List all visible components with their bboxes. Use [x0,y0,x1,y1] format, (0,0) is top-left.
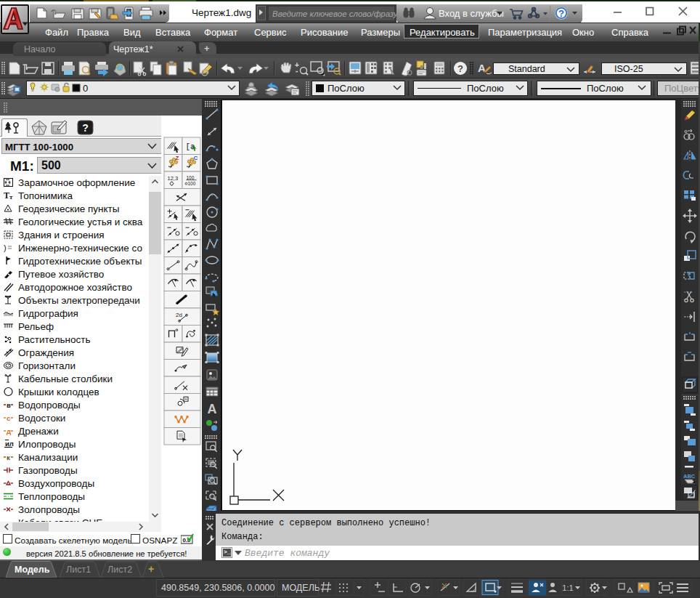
svg-text:C: C [194,155,198,161]
svg-text:т: т [9,193,13,201]
svg-text:?: ? [457,63,463,74]
svg-text:12,3: 12,3 [168,175,179,182]
svg-text:ABC: ABC [683,473,696,480]
svg-text:A: A [208,402,217,416]
svg-text:100: 100 [187,175,195,180]
svg-text:Z: Z [176,155,179,161]
svg-text:1:1: 1:1 [562,583,573,592]
svg-text:?: ? [82,122,89,134]
svg-text:2d: 2d [176,312,182,318]
svg-text:100: 100 [188,181,196,186]
svg-text:): ) [4,243,7,252]
svg-text:T: T [4,190,9,201]
svg-text:д: д [7,427,11,435]
svg-text:ил: ил [5,440,14,448]
svg-text:к: к [7,453,10,461]
svg-text:?: ? [558,8,564,19]
svg-text:-: - [296,67,298,75]
svg-text:с: с [7,414,10,422]
svg-text:в: в [7,401,11,409]
